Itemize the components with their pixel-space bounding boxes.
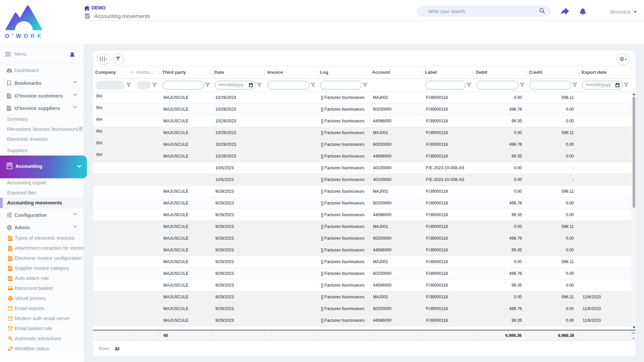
svg-text:O'WORK: O'WORK: [5, 33, 44, 39]
